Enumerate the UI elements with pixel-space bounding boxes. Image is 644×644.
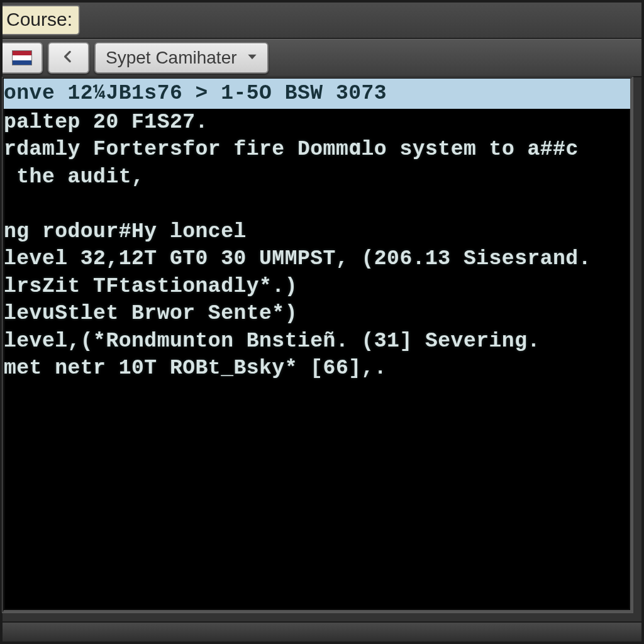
terminal-pane-wrap: onve 12¼JB1s76 > 1-5O BSW 3073paltep 20 … (3, 77, 641, 621)
terminal-line: rdamly Fortersfor fire Dommɑlo system to… (4, 136, 630, 164)
terminal-line: level 32,12T GT0 30 UMMPST, (206.13 Sise… (4, 245, 630, 273)
back-arrow-icon (60, 48, 77, 68)
app-window: Course: Sypet Camihater onve 12¼JB1s76 >… (0, 0, 644, 644)
mode-dropdown-label: Sypet Camihater (106, 48, 237, 68)
terminal-line: levuStlet Brwor Sente*) (4, 300, 630, 328)
course-tab[interactable]: Course: (3, 5, 80, 35)
terminal-line: lrsZit TFtastionadly*.) (4, 273, 630, 301)
terminal-line: met netr 10T ROBt_Bsky* [66],. (4, 355, 630, 382)
title-bar: Course: (3, 3, 641, 39)
status-bar (3, 621, 641, 641)
back-button[interactable] (48, 42, 89, 74)
terminal-line (4, 191, 630, 218)
terminal-line: level,(*Rondmunton Bnstieñ. (31] Severin… (4, 328, 630, 355)
toolbar: Sypet Camihater (3, 39, 641, 77)
terminal-line: the audit, (4, 164, 630, 191)
netherlands-flag-icon (12, 50, 32, 65)
mode-dropdown[interactable]: Sypet Camihater (94, 42, 269, 74)
terminal-line-highlighted: onve 12¼JB1s76 > 1-5O BSW 3073 (4, 79, 630, 109)
flag-button[interactable] (3, 42, 43, 74)
terminal-output[interactable]: onve 12¼JB1s76 > 1-5O BSW 3073paltep 20 … (3, 77, 633, 613)
terminal-line: paltep 20 F1S27. (4, 109, 630, 136)
chevron-down-icon (246, 50, 258, 65)
terminal-line: ng rodour#Hy loncel (4, 218, 630, 246)
